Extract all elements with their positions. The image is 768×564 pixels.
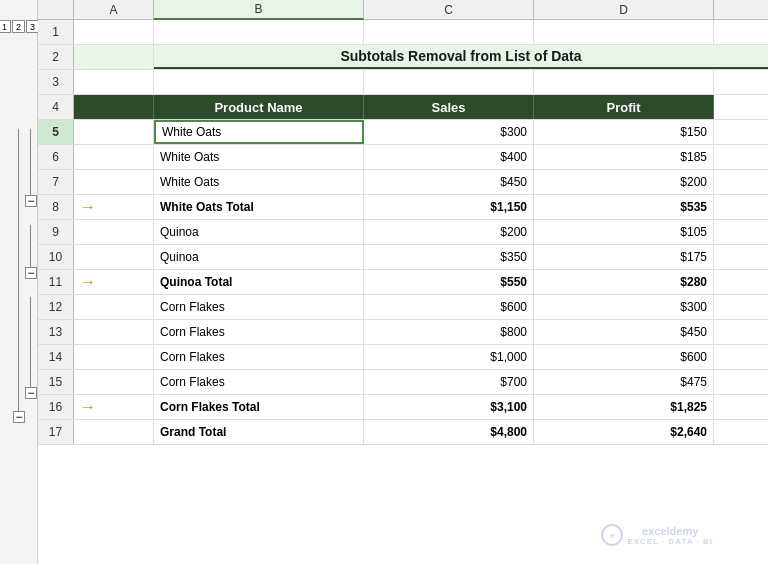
cell-a[interactable] (74, 120, 154, 144)
cell-profit[interactable]: $185 (534, 145, 714, 169)
row-number: 9 (38, 220, 74, 244)
empty-cell[interactable] (534, 20, 714, 44)
col-header-a[interactable]: A (74, 0, 154, 20)
cell-a[interactable] (74, 170, 154, 194)
cell-profit[interactable]: $535 (534, 195, 714, 219)
cell-profit[interactable]: $475 (534, 370, 714, 394)
header-product-name: Product Name (154, 95, 364, 119)
row-number: 12 (38, 295, 74, 319)
spreadsheet-row[interactable]: 2Subtotals Removal from List of Data (38, 45, 768, 70)
cell-sales[interactable]: $300 (364, 120, 534, 144)
cell-a[interactable] (74, 220, 154, 244)
spreadsheet-row[interactable]: 10Quinoa$350$175 (38, 245, 768, 270)
cell-profit[interactable]: $300 (534, 295, 714, 319)
spreadsheet: A B C D 12Subtotals Removal from List of… (38, 0, 768, 564)
cell-sales[interactable]: $4,800 (364, 420, 534, 444)
spreadsheet-row[interactable]: 16→Corn Flakes Total$3,100$1,825 (38, 395, 768, 420)
cell-sales[interactable]: $400 (364, 145, 534, 169)
spreadsheet-row[interactable]: 3 (38, 70, 768, 95)
row-num-header-space (38, 0, 74, 19)
outline-level-1[interactable]: 1 (0, 20, 11, 33)
cell-profit[interactable]: $105 (534, 220, 714, 244)
cell-profit[interactable]: $200 (534, 170, 714, 194)
cell-profit[interactable]: $600 (534, 345, 714, 369)
col-header-d[interactable]: D (534, 0, 714, 20)
spreadsheet-row[interactable]: 13Corn Flakes$800$450 (38, 320, 768, 345)
outline-minus-button[interactable]: − (25, 387, 37, 399)
empty-cell[interactable] (154, 70, 364, 94)
cell-product-name[interactable]: Corn Flakes (154, 295, 364, 319)
cell-a[interactable] (74, 320, 154, 344)
cell-a[interactable] (74, 245, 154, 269)
cell-sales[interactable]: $700 (364, 370, 534, 394)
cell-sales[interactable]: $3,100 (364, 395, 534, 419)
cell-sales[interactable]: $1,000 (364, 345, 534, 369)
cell-sales[interactable]: $800 (364, 320, 534, 344)
spreadsheet-row[interactable]: 4Product NameSalesProfit (38, 95, 768, 120)
spreadsheet-row[interactable]: 1 (38, 20, 768, 45)
cell-product-name[interactable]: Quinoa (154, 245, 364, 269)
spreadsheet-row[interactable]: 12Corn Flakes$600$300 (38, 295, 768, 320)
cell-sales[interactable]: $550 (364, 270, 534, 294)
cell-a[interactable]: → (74, 195, 154, 219)
spreadsheet-row[interactable]: 14Corn Flakes$1,000$600 (38, 345, 768, 370)
outline-level-buttons[interactable]: 1 2 3 (0, 20, 39, 33)
spreadsheet-row[interactable]: 8→White Oats Total$1,150$535 (38, 195, 768, 220)
empty-cell[interactable] (534, 70, 714, 94)
row-number: 1 (38, 20, 74, 44)
cell-a[interactable]: → (74, 270, 154, 294)
empty-cell[interactable] (154, 20, 364, 44)
cell-profit[interactable]: $150 (534, 120, 714, 144)
col-header-b[interactable]: B (154, 0, 364, 20)
outline-level-2[interactable]: 2 (12, 20, 25, 33)
spreadsheet-row[interactable]: 5White Oats$300$150 (38, 120, 768, 145)
cell-profit[interactable]: $280 (534, 270, 714, 294)
cell-a[interactable] (74, 295, 154, 319)
cell-product-name[interactable]: White Oats (154, 170, 364, 194)
spreadsheet-row[interactable]: 6White Oats$400$185 (38, 145, 768, 170)
cell-profit[interactable]: $450 (534, 320, 714, 344)
title-cell-a (74, 45, 154, 69)
cell-profit[interactable]: $2,640 (534, 420, 714, 444)
cell-a[interactable] (74, 420, 154, 444)
empty-cell[interactable] (364, 70, 534, 94)
cell-sales[interactable]: $200 (364, 220, 534, 244)
spreadsheet-row[interactable]: 17Grand Total$4,800$2,640 (38, 420, 768, 445)
cell-sales[interactable]: $600 (364, 295, 534, 319)
row-number: 17 (38, 420, 74, 444)
cell-a[interactable] (74, 145, 154, 169)
spreadsheet-row[interactable]: 7White Oats$450$200 (38, 170, 768, 195)
header-sales: Sales (364, 95, 534, 119)
cell-product-name[interactable]: Quinoa (154, 220, 364, 244)
cell-product-name[interactable]: Grand Total (154, 420, 364, 444)
row-number: 10 (38, 245, 74, 269)
spreadsheet-row[interactable]: 15Corn Flakes$700$475 (38, 370, 768, 395)
outline-bracket-line (18, 129, 19, 417)
cell-product-name[interactable]: Corn Flakes (154, 345, 364, 369)
cell-a[interactable]: → (74, 395, 154, 419)
cell-a[interactable] (74, 370, 154, 394)
outline-bracket-line (30, 129, 31, 201)
empty-cell[interactable] (74, 70, 154, 94)
spreadsheet-row[interactable]: 11→Quinoa Total$550$280 (38, 270, 768, 295)
cell-sales[interactable]: $1,150 (364, 195, 534, 219)
cell-sales[interactable]: $450 (364, 170, 534, 194)
cell-product-name[interactable]: Corn Flakes (154, 320, 364, 344)
empty-cell[interactable] (364, 20, 534, 44)
cell-product-name[interactable]: White Oats (154, 145, 364, 169)
outline-minus-button[interactable]: − (13, 411, 25, 423)
cell-profit[interactable]: $1,825 (534, 395, 714, 419)
cell-product-name[interactable]: Corn Flakes (154, 370, 364, 394)
cell-product-name[interactable]: White Oats Total (154, 195, 364, 219)
cell-product-name[interactable]: Corn Flakes Total (154, 395, 364, 419)
outline-minus-button[interactable]: − (25, 267, 37, 279)
empty-cell[interactable] (74, 20, 154, 44)
cell-profit[interactable]: $175 (534, 245, 714, 269)
cell-a[interactable] (74, 345, 154, 369)
cell-product-name[interactable]: Quinoa Total (154, 270, 364, 294)
outline-minus-button[interactable]: − (25, 195, 37, 207)
cell-product-name[interactable]: White Oats (154, 120, 364, 144)
spreadsheet-row[interactable]: 9Quinoa$200$105 (38, 220, 768, 245)
cell-sales[interactable]: $350 (364, 245, 534, 269)
col-header-c[interactable]: C (364, 0, 534, 20)
